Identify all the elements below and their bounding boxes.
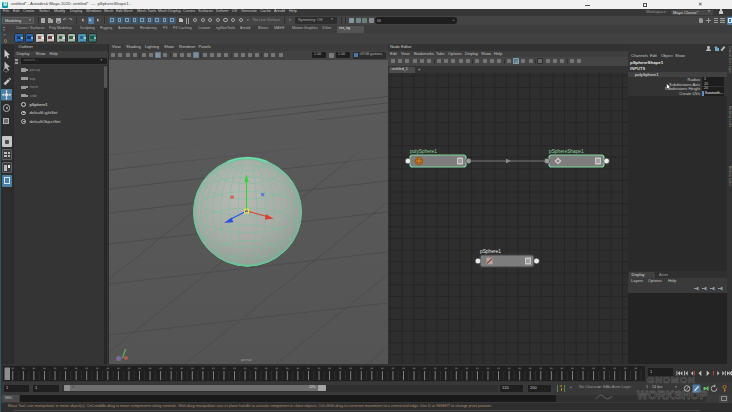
- svg-text:persp: persp: [241, 357, 252, 362]
- svg-text:polySphere1: polySphere1: [410, 149, 437, 154]
- svg-text:pSphereShape1: pSphereShape1: [549, 149, 584, 154]
- svg-text:pSphere1: pSphere1: [480, 249, 501, 254]
